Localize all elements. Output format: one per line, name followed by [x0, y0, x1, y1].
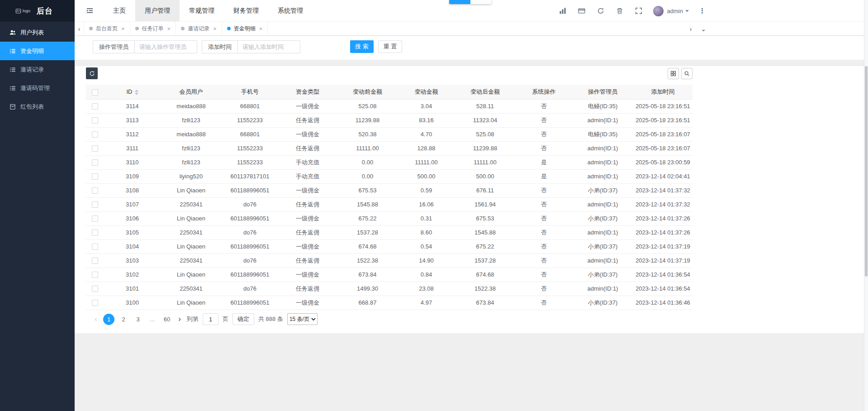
- tab-close-icon[interactable]: ×: [259, 25, 263, 32]
- cell-after: 528.11: [455, 99, 516, 113]
- page-ellipsis[interactable]: ...: [147, 314, 158, 325]
- row-checkbox[interactable]: [92, 145, 98, 152]
- grid-icon: [670, 71, 676, 76]
- tabs-scroll-left-icon[interactable]: ‹: [75, 22, 84, 35]
- row-checkbox[interactable]: [92, 131, 98, 138]
- table-row-3109: 3109liying520601137817101 手动充值0.00500.00…: [86, 169, 693, 183]
- vertical-scrollbar[interactable]: [864, 0, 868, 411]
- cell-operator: admin(ID:1): [572, 113, 633, 127]
- sidebar-item-3[interactable]: 邀请记录: [0, 60, 75, 79]
- sidebar-item-5[interactable]: 红包列表: [0, 97, 75, 116]
- next-page-icon[interactable]: ›: [176, 315, 183, 324]
- tab-3[interactable]: 邀请记录 ×: [176, 22, 222, 35]
- columns-toggle-button[interactable]: [668, 68, 679, 79]
- sidebar-item-label: 资金明细: [20, 47, 44, 55]
- operator-filter-input[interactable]: [134, 40, 197, 53]
- filter-panel: 操作管理员 添加时间 搜 索 重 置: [75, 36, 864, 60]
- tabs-dropdown-icon[interactable]: ⌄: [699, 25, 707, 33]
- search-button[interactable]: 搜 索: [350, 40, 374, 53]
- nav-item-5[interactable]: 系统管理: [268, 0, 313, 21]
- cell-operator: 小弟(ID:37): [572, 296, 633, 310]
- tabs-scroll-right-icon[interactable]: ›: [687, 25, 695, 33]
- username[interactable]: admin: [667, 8, 683, 14]
- pagination: ‹ 123...60 › 到第 页 确定 共 888 条 15 条/页: [86, 313, 693, 325]
- row-checkbox[interactable]: [92, 215, 98, 222]
- row-checkbox[interactable]: [92, 173, 98, 180]
- sort-icon[interactable]: [135, 90, 138, 95]
- table-body: 3114meidao888668801 一级佣金525.083.04 528.1…: [86, 99, 693, 310]
- tab-2[interactable]: 任务订单 ×: [130, 22, 176, 35]
- cell-id: 3103: [104, 253, 161, 268]
- cell-time: 2025-05-18 23:16:51: [633, 99, 693, 113]
- cell-after: 11239.88: [455, 141, 516, 155]
- row-checkbox[interactable]: [92, 187, 98, 194]
- row-checkbox[interactable]: [92, 117, 98, 124]
- cell-time: 2025-05-18 23:16:51: [633, 113, 693, 127]
- page-size-select[interactable]: 15 条/页: [287, 313, 318, 325]
- cell-type: 手动充值: [278, 155, 337, 169]
- sidebar-item-1[interactable]: 用户列表: [0, 23, 75, 42]
- refresh-icon[interactable]: [597, 7, 604, 14]
- scrollbar-thumb[interactable]: [865, 66, 868, 277]
- table-row-3102: 3102Lin Qiaoen601188996051 一级佣金673.840.8…: [86, 268, 693, 282]
- cell-type: 一级佣金: [278, 296, 337, 310]
- cell-operator: admin(ID:1): [572, 253, 633, 268]
- cell-id: 3107: [104, 197, 161, 211]
- tab-close-icon[interactable]: ×: [213, 25, 217, 32]
- sidebar-collapse-icon[interactable]: [86, 7, 94, 14]
- page-button-1[interactable]: 1: [103, 314, 114, 325]
- table-search-button[interactable]: [681, 68, 693, 79]
- trash-icon[interactable]: [616, 7, 623, 14]
- refresh-table-button[interactable]: [86, 67, 98, 79]
- users-icon: [9, 29, 16, 36]
- table-toolbar: [86, 67, 693, 79]
- cell-change: 8.60: [398, 225, 455, 239]
- cell-phone: do76: [222, 253, 278, 268]
- nav-item-1[interactable]: 主页: [104, 0, 135, 21]
- nav-item-2[interactable]: 用户管理: [135, 0, 180, 21]
- kebab-menu-icon[interactable]: ⋮: [699, 7, 703, 15]
- toolbar-right: [668, 68, 693, 79]
- row-checkbox[interactable]: [92, 201, 98, 208]
- prev-page-icon[interactable]: ‹: [93, 315, 99, 324]
- tab-close-icon[interactable]: ×: [121, 25, 125, 32]
- sidebar-item-2[interactable]: 资金明细: [0, 42, 75, 60]
- sidebar-item-4[interactable]: 邀请码管理: [0, 79, 75, 97]
- tab-4[interactable]: 资金明细 ×: [222, 22, 268, 35]
- goto-page-input[interactable]: [203, 313, 218, 325]
- bar-chart-icon[interactable]: [559, 7, 566, 14]
- cell-before: 1537.28: [337, 225, 398, 239]
- table-row-3100: 3100Lin Qiaoen601188996051 一级佣金668.874.9…: [86, 296, 693, 310]
- row-checkbox[interactable]: [92, 229, 98, 236]
- row-checkbox[interactable]: [92, 272, 98, 278]
- goto-confirm-button[interactable]: 确定: [232, 313, 254, 325]
- cell-time: 2023-12-14 01:36:46: [633, 296, 693, 310]
- cell-phone: 601188996051: [222, 296, 278, 310]
- row-checkbox[interactable]: [92, 159, 98, 166]
- row-checkbox[interactable]: [92, 244, 98, 250]
- row-checkbox[interactable]: [92, 258, 98, 264]
- cell-id: 3104: [104, 239, 161, 253]
- cell-change: 0.59: [398, 183, 455, 197]
- cell-user: fzlli123: [161, 113, 222, 127]
- nav-item-3[interactable]: 常规管理: [180, 0, 224, 21]
- page-button-2[interactable]: 2: [118, 314, 129, 325]
- row-checkbox[interactable]: [92, 300, 98, 306]
- tab-1[interactable]: 后台首页 ×: [84, 22, 130, 35]
- nav-item-4[interactable]: 财务管理: [224, 0, 268, 21]
- table-row-3104: 3104Lin Qiaoen601188996051 一级佣金674.680.5…: [86, 239, 693, 253]
- row-checkbox[interactable]: [92, 103, 98, 110]
- tab-close-icon[interactable]: ×: [167, 25, 171, 32]
- select-all-checkbox[interactable]: [92, 89, 98, 96]
- fullscreen-icon[interactable]: [635, 7, 642, 14]
- table-row-3112: 3112meidao888668801 一级佣金520.384.70 525.0…: [86, 127, 693, 141]
- page-button-3[interactable]: 3: [133, 314, 143, 325]
- logo-bar: logo 后台: [0, 0, 75, 22]
- tab-dot-icon: [227, 27, 231, 30]
- row-checkbox[interactable]: [92, 286, 98, 292]
- avatar[interactable]: [653, 6, 664, 16]
- reset-button[interactable]: 重 置: [378, 40, 403, 53]
- time-filter-input[interactable]: [237, 40, 300, 53]
- page-button-60[interactable]: 60: [161, 314, 172, 325]
- credit-card-icon[interactable]: [578, 7, 585, 14]
